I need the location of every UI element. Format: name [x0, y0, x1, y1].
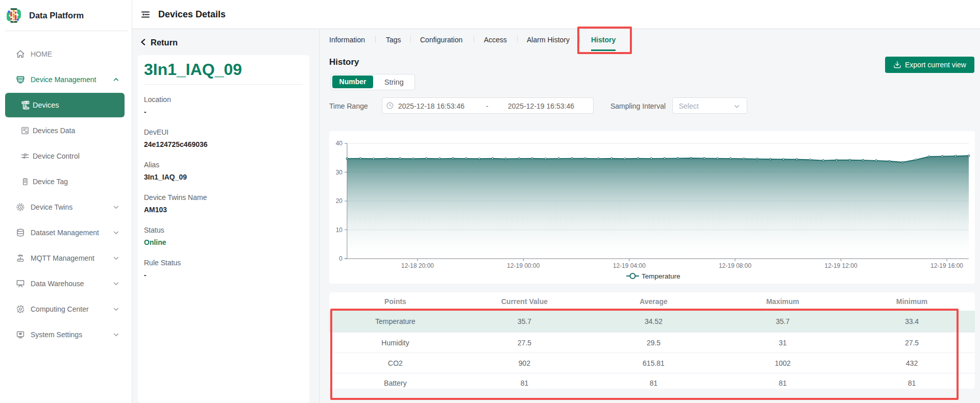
svg-text:12-19 08:00: 12-19 08:00 — [719, 262, 751, 269]
svg-text:12-19 16:00: 12-19 16:00 — [930, 262, 963, 269]
svg-text:30: 30 — [336, 169, 343, 176]
svg-text:12-19 12:00: 12-19 12:00 — [825, 262, 857, 269]
svg-text:0: 0 — [339, 255, 342, 262]
svg-text:12-19 04:00: 12-19 04:00 — [613, 262, 646, 269]
svg-text:10: 10 — [336, 226, 343, 234]
svg-text:Temperature: Temperature — [642, 272, 680, 280]
svg-text:12-18 20:00: 12-18 20:00 — [401, 262, 434, 269]
svg-text:40: 40 — [336, 140, 343, 147]
svg-text:12-19 00:00: 12-19 00:00 — [507, 262, 540, 269]
svg-text:20: 20 — [336, 197, 343, 205]
